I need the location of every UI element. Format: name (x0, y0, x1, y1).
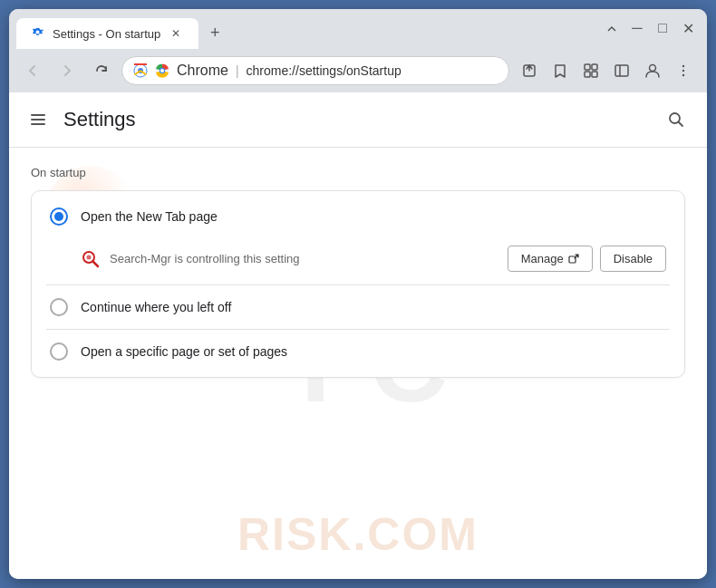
svg-rect-6 (585, 64, 590, 70)
svg-rect-9 (592, 72, 597, 77)
share-button[interactable] (515, 56, 544, 85)
svg-point-15 (682, 74, 684, 76)
content-area: Settings PC RISK.COM On startup Open the… (9, 92, 707, 579)
svg-line-22 (93, 261, 99, 266)
bookmark-button[interactable] (546, 56, 575, 85)
chrome-logo-icon (133, 63, 148, 78)
hamburger-menu-button[interactable] (24, 105, 53, 134)
options-card: Open the New Tab page Search-Mgr is cont… (31, 190, 685, 378)
search-mgr-icon (81, 249, 101, 269)
option-row-new-tab[interactable]: Open the New Tab page (32, 195, 684, 238)
radio-new-tab[interactable] (50, 207, 68, 226)
settings-page-title: Settings (63, 108, 649, 131)
svg-rect-10 (615, 65, 628, 76)
option-row-continue[interactable]: Continue where you left off (32, 285, 684, 329)
new-tab-button[interactable]: + (202, 20, 227, 45)
settings-body: PC RISK.COM On startup Open the New Tab … (9, 148, 707, 579)
chrome-icon (155, 63, 169, 78)
forward-button[interactable] (53, 56, 82, 85)
option-label-specific: Open a specific page or set of pages (81, 344, 666, 359)
sidebar-button[interactable] (607, 56, 636, 85)
option-row-specific[interactable]: Open a specific page or set of pages (32, 330, 684, 373)
window-controls: ─ □ ✕ (600, 16, 700, 40)
svg-point-4 (160, 69, 164, 72)
settings-search-button[interactable] (660, 103, 692, 136)
back-button[interactable] (18, 56, 47, 85)
section-label: On startup (31, 166, 685, 179)
managed-notification-row: Search-Mgr is controlling this setting M… (32, 238, 684, 284)
address-brand: Chrome (177, 63, 228, 79)
extensions-button[interactable] (576, 56, 605, 85)
managed-actions: Manage Disable (508, 246, 666, 272)
svg-point-13 (682, 65, 684, 67)
reload-button[interactable] (87, 56, 116, 85)
watermark-bottom: RISK.COM (237, 508, 479, 561)
svg-point-23 (87, 255, 92, 259)
settings-header: Settings (9, 92, 707, 148)
browser-window: Settings - On startup ✕ + ─ □ ✕ (9, 9, 707, 579)
minimize-button[interactable] (600, 16, 624, 40)
radio-new-tab-inner (54, 212, 63, 221)
svg-rect-7 (592, 64, 597, 70)
minimize-dash-button[interactable]: ─ (625, 16, 649, 40)
manage-label: Manage (521, 252, 564, 265)
managed-text: Search-Mgr is controlling this setting (110, 252, 498, 265)
svg-line-20 (679, 122, 683, 127)
close-button[interactable]: ✕ (676, 16, 700, 40)
menu-button[interactable] (669, 56, 698, 85)
tab-title: Settings - On startup (53, 27, 160, 41)
svg-point-12 (650, 65, 656, 72)
svg-point-14 (682, 70, 684, 72)
address-url: chrome://settings/onStartup (247, 63, 498, 78)
radio-continue[interactable] (50, 298, 68, 316)
radio-specific[interactable] (50, 342, 68, 361)
maximize-button[interactable]: □ (651, 16, 674, 40)
address-separator: | (236, 63, 239, 78)
title-bar: Settings - On startup ✕ + ─ □ ✕ (9, 9, 707, 49)
address-bar[interactable]: Chrome | chrome://settings/onStartup (121, 56, 509, 85)
option-label-new-tab: Open the New Tab page (81, 209, 666, 224)
disable-label: Disable (614, 252, 653, 265)
toolbar: Chrome | chrome://settings/onStartup (9, 49, 707, 92)
active-tab[interactable]: Settings - On startup ✕ (16, 18, 198, 49)
option-label-continue: Continue where you left off (81, 300, 666, 314)
external-link-icon (568, 254, 579, 265)
profile-button[interactable] (638, 56, 667, 85)
manage-button[interactable]: Manage (508, 246, 593, 272)
svg-rect-24 (569, 256, 576, 263)
tab-favicon (31, 26, 45, 41)
toolbar-actions (515, 56, 698, 85)
svg-rect-8 (585, 72, 590, 77)
disable-button[interactable]: Disable (600, 246, 666, 272)
tab-close-button[interactable]: ✕ (168, 25, 184, 42)
